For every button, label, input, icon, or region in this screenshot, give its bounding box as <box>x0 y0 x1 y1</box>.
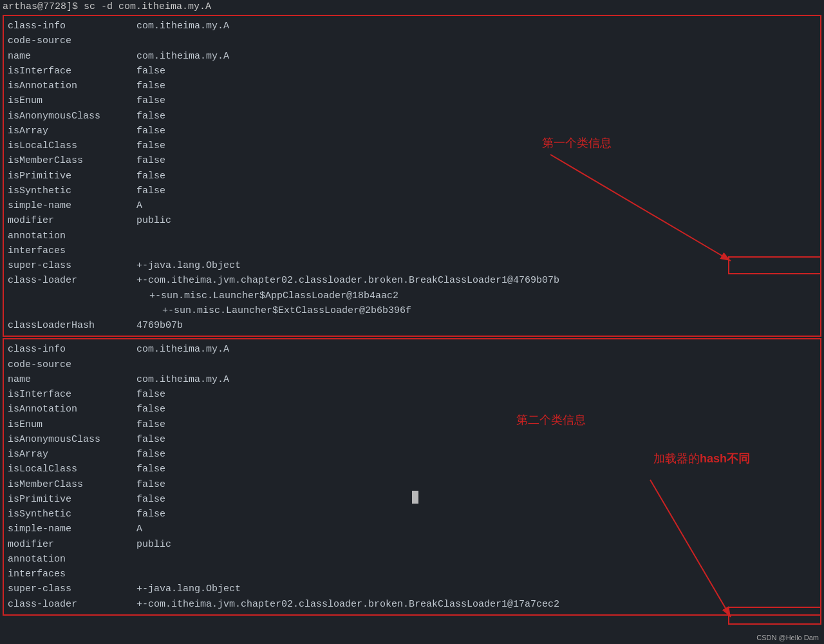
key-isinterface-1: isInterface <box>8 64 136 79</box>
table-row: super-class +-java.lang.Object <box>8 582 816 596</box>
table-row: isInterface false <box>8 387 816 402</box>
key-isarray-1: isArray <box>8 124 136 138</box>
table-row: modifier public <box>8 537 816 552</box>
key-superclass-2: super-class <box>8 582 136 596</box>
table-row: annotation <box>8 552 816 567</box>
key-isenum-1: isEnum <box>8 93 136 108</box>
key-class-info-1: class-info <box>8 19 136 33</box>
key-isprimitive-2: isPrimitive <box>8 492 136 507</box>
val-simplename-1: A <box>136 198 142 213</box>
val-superclass-1: +-java.lang.Object <box>136 258 241 273</box>
val-isanonymousclass-2: false <box>136 432 165 447</box>
val-classloader-1: +-com.itheima.jvm.chapter02.classloader.… <box>136 273 559 288</box>
table-row: +-sun.misc.Launcher$AppClassLoader@18b4a… <box>8 289 816 303</box>
key-isanonymousclass-1: isAnonymousClass <box>8 109 136 124</box>
table-row: isAnonymousClass false <box>8 432 816 447</box>
val-classloaderhash-1: 4769b07b <box>136 318 183 333</box>
table-row: class-loader +-com.itheima.jvm.chapter02… <box>8 273 816 288</box>
table-row: isAnonymousClass false <box>8 109 816 124</box>
key-indent1-1 <box>8 289 136 303</box>
table-row: class-info com.itheima.my.A <box>8 19 816 33</box>
val-isprimitive-2: false <box>136 492 165 507</box>
val-isannotation-2: false <box>136 402 165 417</box>
key-annotation-2: annotation <box>8 552 136 567</box>
table-row: simple-name A <box>8 198 816 213</box>
table-row: isAnnotation false <box>8 79 816 93</box>
key-modifier-1: modifier <box>8 213 136 228</box>
table-row: isPrimitive false <box>8 169 816 184</box>
key-superclass-1: super-class <box>8 258 136 273</box>
val-isenum-2: false <box>136 417 165 432</box>
table-row: isEnum false <box>8 417 816 432</box>
key-class-info-2: class-info <box>8 342 136 357</box>
table-row: classLoaderHash 4769b07b <box>8 318 816 333</box>
key-interfaces-1: interfaces <box>8 243 136 258</box>
table-row: name com.itheima.my.A <box>8 49 816 64</box>
table-row: isMemberClass false <box>8 153 816 168</box>
val-issynthetic-2: false <box>136 507 165 522</box>
key-ismemberclass-1: isMemberClass <box>8 153 136 168</box>
table-row: interfaces <box>8 243 816 258</box>
val-isprimitive-1: false <box>136 169 165 184</box>
val-indent2-1: +-sun.misc.Launcher$ExtClassLoader@2b6b3… <box>136 303 411 318</box>
section-1: class-info com.itheima.my.A code-source … <box>3 15 821 337</box>
table-row: isEnum false <box>8 93 816 108</box>
key-name-2: name <box>8 372 136 387</box>
val-name-2: com.itheima.my.A <box>136 372 229 387</box>
val-isinterface-2: false <box>136 387 165 402</box>
command-line: arthas@7728]$ sc -d com.itheima.my.A <box>0 0 824 14</box>
key-isarray-2: isArray <box>8 447 136 462</box>
val-islocalclass-1: false <box>136 138 165 153</box>
key-isenum-2: isEnum <box>8 417 136 432</box>
key-isinterface-2: isInterface <box>8 387 136 402</box>
key-classloader-1: class-loader <box>8 273 136 288</box>
val-islocalclass-2: false <box>136 462 165 477</box>
key-classloaderhash-1: classLoaderHash <box>8 318 136 333</box>
val-class-info-1: com.itheima.my.A <box>136 19 229 33</box>
val-name-1: com.itheima.my.A <box>136 49 229 64</box>
val-isenum-1: false <box>136 93 165 108</box>
section-1-content: class-info com.itheima.my.A code-source … <box>4 16 820 336</box>
terminal: arthas@7728]$ sc -d com.itheima.my.A cla… <box>0 0 824 644</box>
key-name-1: name <box>8 49 136 64</box>
key-islocalclass-1: isLocalClass <box>8 138 136 153</box>
table-row: isAnnotation false <box>8 402 816 417</box>
val-classloader-2: +-com.itheima.jvm.chapter02.classloader.… <box>136 597 559 612</box>
key-isprimitive-1: isPrimitive <box>8 169 136 184</box>
key-annotation-1: annotation <box>8 229 136 243</box>
key-issynthetic-1: isSynthetic <box>8 184 136 198</box>
table-row: isMemberClass false <box>8 477 816 492</box>
section-2: class-info com.itheima.my.A code-source … <box>3 338 821 616</box>
table-row: name com.itheima.my.A <box>8 372 816 387</box>
key-islocalclass-2: isLocalClass <box>8 462 136 477</box>
key-ismemberclass-2: isMemberClass <box>8 477 136 492</box>
hash-diff-label: 加载器的hash不同 <box>653 451 750 466</box>
table-row: +-sun.misc.Launcher$ExtClassLoader@2b6b3… <box>8 303 816 318</box>
key-code-source-1: code-source <box>8 33 136 48</box>
key-issynthetic-2: isSynthetic <box>8 507 136 522</box>
table-row: isSynthetic false <box>8 507 816 522</box>
table-row: code-source <box>8 357 816 372</box>
section2-label: 第二个类信息 <box>516 412 586 428</box>
table-row: modifier public <box>8 213 816 228</box>
key-interfaces-2: interfaces <box>8 567 136 582</box>
table-row: class-loader +-com.itheima.jvm.chapter02… <box>8 597 816 612</box>
table-row: interfaces <box>8 567 816 582</box>
table-row: isArray false <box>8 124 816 138</box>
val-simplename-2: A <box>136 522 142 536</box>
val-isanonymousclass-1: false <box>136 109 165 124</box>
table-row: code-source <box>8 33 816 48</box>
val-modifier-2: public <box>136 537 171 552</box>
key-code-source-2: code-source <box>8 357 136 372</box>
section1-label: 第一个类信息 <box>542 135 612 151</box>
key-simplename-2: simple-name <box>8 522 136 536</box>
val-isarray-2: false <box>136 447 165 462</box>
table-row: annotation <box>8 229 816 243</box>
val-modifier-1: public <box>136 213 171 228</box>
section-2-content: class-info com.itheima.my.A code-source … <box>4 339 820 614</box>
val-isannotation-1: false <box>136 79 165 93</box>
cursor <box>412 491 418 504</box>
key-modifier-2: modifier <box>8 537 136 552</box>
val-ismemberclass-1: false <box>136 153 165 168</box>
key-isanonymousclass-2: isAnonymousClass <box>8 432 136 447</box>
